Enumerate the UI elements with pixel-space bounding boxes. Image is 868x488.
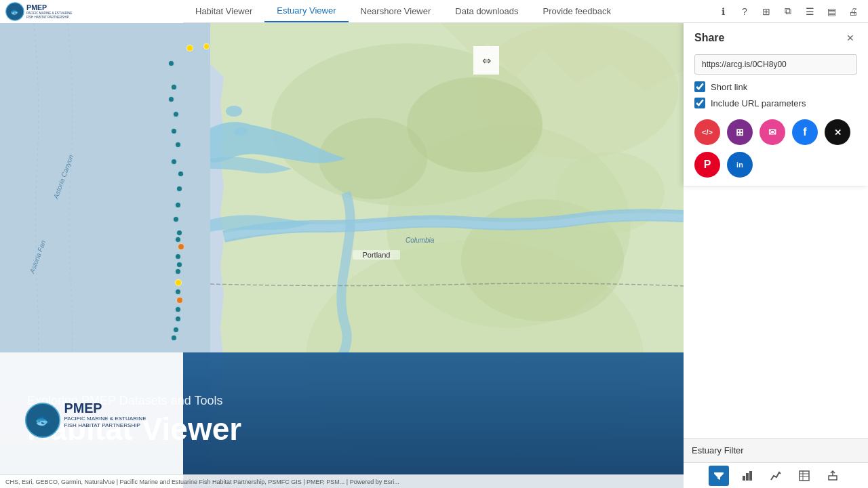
export-icon bbox=[827, 470, 838, 481]
map-zoom-toggle[interactable]: ⇔ bbox=[476, 50, 496, 70]
svg-text:PMEP: PMEP bbox=[64, 401, 102, 415]
table-icon bbox=[799, 470, 810, 481]
map-dot[interactable] bbox=[171, 128, 177, 134]
map-dot[interactable] bbox=[175, 142, 181, 148]
logo-area: 🐟 PMEP PACIFIC MARINE & ESTUARINE FISH H… bbox=[0, 0, 183, 23]
svg-text:FISH HABITAT PARTNERSHIP: FISH HABITAT PARTNERSHIP bbox=[64, 422, 140, 428]
share-icons-row: </> ⊞ ✉ f ✕ P in bbox=[694, 119, 857, 178]
share-header: Share ✕ bbox=[694, 31, 857, 45]
svg-text:PACIFIC MARINE & ESTUARINE: PACIFIC MARINE & ESTUARINE bbox=[64, 415, 147, 422]
map-dot[interactable] bbox=[176, 297, 183, 304]
nav-data-downloads[interactable]: Data downloads bbox=[443, 0, 530, 22]
short-link-label[interactable]: Short link bbox=[711, 82, 747, 92]
svg-rect-35 bbox=[829, 476, 837, 480]
map-dot[interactable] bbox=[178, 243, 184, 250]
nav-habitat-viewer[interactable]: Habitat Viewer bbox=[183, 0, 264, 22]
embed-share-button[interactable]: </> bbox=[694, 119, 720, 145]
nav-icon-bar: ℹ ? ⊞ ⧉ ☰ ▤ 🖨 bbox=[713, 2, 868, 21]
map-dot[interactable] bbox=[168, 96, 174, 102]
map-attribution-bar: CHS, Esri, GEBCO, Garmin, NaturalVue | P… bbox=[0, 474, 684, 488]
list-icon[interactable]: ☰ bbox=[800, 2, 819, 21]
line-chart-icon-button[interactable] bbox=[766, 466, 786, 486]
estuary-filter-bar: Estuary Filter bbox=[684, 438, 868, 462]
top-navigation: 🐟 PMEP PACIFIC MARINE & ESTUARINE FISH H… bbox=[0, 0, 868, 23]
map-dot[interactable] bbox=[176, 230, 182, 236]
map-dot[interactable] bbox=[175, 237, 181, 243]
filter-icon bbox=[713, 470, 724, 481]
nav-links: Habitat Viewer Estuary Viewer Nearshore … bbox=[183, 0, 713, 22]
share-title: Share bbox=[694, 32, 724, 44]
linkedin-share-button[interactable]: in bbox=[727, 152, 753, 178]
share-close-button[interactable]: ✕ bbox=[844, 31, 857, 45]
map-dot[interactable] bbox=[176, 186, 182, 192]
grid-icon[interactable]: ⊞ bbox=[757, 2, 776, 21]
map-dot[interactable] bbox=[175, 316, 181, 322]
twitter-share-button[interactable]: ✕ bbox=[825, 119, 850, 145]
map-dot[interactable] bbox=[173, 216, 179, 222]
svg-text:🐟: 🐟 bbox=[10, 7, 20, 16]
layers-icon[interactable]: ⧉ bbox=[778, 2, 797, 21]
svg-text:🐟: 🐟 bbox=[35, 412, 52, 428]
map-dot[interactable] bbox=[171, 335, 177, 341]
right-map-toolbar: ⇔ bbox=[473, 46, 499, 75]
chart-icon-button[interactable] bbox=[737, 466, 757, 486]
svg-text:PMEP: PMEP bbox=[26, 3, 47, 11]
url-params-label[interactable]: Include URL parameters bbox=[711, 98, 806, 108]
pinterest-share-button[interactable]: P bbox=[694, 152, 720, 178]
info-icon[interactable]: ℹ bbox=[713, 2, 732, 21]
map-dot[interactable] bbox=[175, 202, 181, 208]
bottom-right-toolbar bbox=[684, 462, 868, 488]
nav-provide-feedback[interactable]: Provide feedback bbox=[531, 0, 623, 22]
share-panel: Share ✕ https://arcg.is/0CH8y00 Short li… bbox=[684, 23, 868, 186]
map-dot[interactable] bbox=[168, 60, 174, 66]
svg-rect-28 bbox=[743, 476, 745, 481]
layout-icon[interactable]: ▤ bbox=[822, 2, 841, 21]
map-dot[interactable] bbox=[175, 253, 181, 260]
map-dot[interactable] bbox=[175, 306, 181, 312]
svg-rect-30 bbox=[749, 471, 752, 481]
bottom-logo-svg: 🐟 PMEP PACIFIC MARINE & ESTUARINE FISH H… bbox=[24, 390, 159, 451]
map-dot[interactable] bbox=[186, 45, 193, 52]
url-params-checkbox[interactable] bbox=[694, 98, 705, 108]
svg-rect-31 bbox=[800, 471, 809, 481]
bottom-logo-strip: 🐟 PMEP PACIFIC MARINE & ESTUARINE FISH H… bbox=[0, 352, 183, 488]
nav-nearshore-viewer[interactable]: Nearshore Viewer bbox=[349, 0, 443, 22]
map-dot[interactable] bbox=[175, 289, 181, 295]
map-dot[interactable] bbox=[203, 43, 210, 49]
facebook-share-button[interactable]: f bbox=[792, 119, 818, 145]
map-dot[interactable] bbox=[171, 159, 177, 165]
table-icon-button[interactable] bbox=[794, 466, 814, 486]
url-params-row: Include URL parameters bbox=[694, 98, 857, 108]
svg-text:PACIFIC MARINE & ESTUARINE: PACIFIC MARINE & ESTUARINE bbox=[26, 12, 72, 15]
map-dot[interactable] bbox=[178, 171, 184, 177]
nav-estuary-viewer[interactable]: Estuary Viewer bbox=[264, 0, 348, 22]
svg-text:FISH HABITAT PARTNERSHIP: FISH HABITAT PARTNERSHIP bbox=[26, 15, 69, 18]
map-dot[interactable] bbox=[175, 268, 181, 274]
chart-icon bbox=[742, 470, 753, 481]
map-dot[interactable] bbox=[173, 111, 179, 117]
qr-share-button[interactable]: ⊞ bbox=[727, 119, 753, 145]
pmep-logo: 🐟 PMEP PACIFIC MARINE & ESTUARINE FISH H… bbox=[5, 1, 127, 22]
print-icon[interactable]: 🖨 bbox=[844, 2, 863, 21]
help-icon[interactable]: ? bbox=[735, 2, 754, 21]
map-dot[interactable] bbox=[175, 279, 182, 286]
filter-icon-button[interactable] bbox=[709, 466, 729, 486]
short-link-row: Short link bbox=[694, 81, 857, 92]
map-dot[interactable] bbox=[176, 262, 182, 268]
estuary-filter-label: Estuary Filter bbox=[692, 445, 744, 455]
short-link-checkbox[interactable] bbox=[694, 81, 705, 92]
line-chart-icon bbox=[770, 470, 781, 481]
map-dot[interactable] bbox=[173, 327, 179, 333]
svg-rect-29 bbox=[746, 473, 749, 481]
email-share-button[interactable]: ✉ bbox=[760, 119, 785, 145]
map-dot[interactable] bbox=[171, 84, 177, 90]
share-url-display[interactable]: https://arcg.is/0CH8y00 bbox=[694, 54, 857, 75]
export-icon-button[interactable] bbox=[823, 466, 843, 486]
map-area[interactable]: Portland Columbia Astoria Canyon Astoria… bbox=[0, 23, 684, 488]
